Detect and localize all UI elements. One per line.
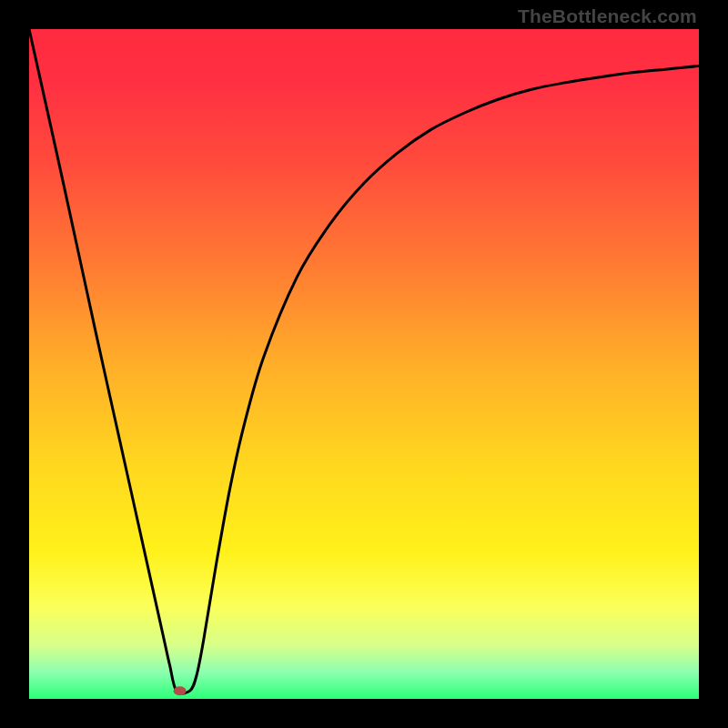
optimal-point-marker: [174, 686, 187, 695]
curve-layer: [29, 29, 699, 699]
plot-area: [29, 29, 699, 699]
watermark-text: TheBottleneck.com: [518, 5, 697, 27]
chart-frame: TheBottleneck.com: [0, 0, 728, 728]
bottleneck-curve: [29, 29, 699, 693]
